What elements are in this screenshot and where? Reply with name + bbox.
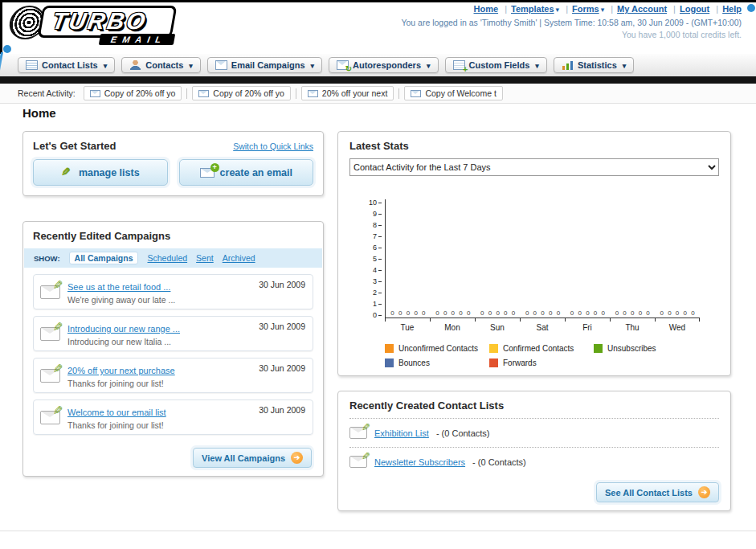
campaign-info: Welcome to our email list Thanks for joi… xyxy=(67,404,253,430)
main-nav: Contact Lists Contacts Email Campaigns A… xyxy=(0,54,756,76)
y-tick-label: 6 xyxy=(373,244,382,251)
campaign-subtitle: Thanks for joining our list! xyxy=(67,420,253,430)
campaign-subtitle: Thanks for joining our list! xyxy=(67,379,253,388)
get-started-buttons: manage lists create an email xyxy=(33,159,313,186)
campaign-subtitle: Introducing our new Italia ... xyxy=(67,337,253,346)
filter-scheduled[interactable]: Scheduled xyxy=(147,253,187,263)
campaign-title-link[interactable]: Welcome to our email list xyxy=(67,408,166,417)
y-tick-label: 2 xyxy=(373,289,382,296)
top-link-my-account[interactable]: My Account xyxy=(617,4,667,14)
switch-quick-links-link[interactable]: Switch to Quick Links xyxy=(233,141,313,151)
caret-down-icon xyxy=(427,60,431,70)
contact-lists-panel: Recently Created Contact Lists Exhibitio… xyxy=(337,391,731,511)
filter-all-campaigns[interactable]: All Campaigns xyxy=(69,252,139,264)
top-link-logout-wrap: Logout xyxy=(669,4,709,14)
edit-campaign-icon xyxy=(40,327,60,341)
legend-item: Bounces xyxy=(385,358,489,367)
filter-sent[interactable]: Sent xyxy=(196,253,214,263)
chart-column: 0 0 0 0 0 xyxy=(610,199,655,318)
top-link-home[interactable]: Home xyxy=(474,4,499,14)
contact-list-row[interactable]: Newsletter Subscribers - (0 Contacts) xyxy=(349,454,719,469)
recent-activity-item[interactable]: Copy of 20% off yo xyxy=(192,86,291,100)
get-started-panel: Let's Get Started Switch to Quick Links … xyxy=(22,131,324,196)
pencil-icon xyxy=(61,166,73,178)
email-plus-icon xyxy=(200,168,215,178)
campaign-title-link[interactable]: Introducing our new range ... xyxy=(67,324,180,334)
legend-label: Unsubscribes xyxy=(607,344,656,353)
y-tick-label: 7 xyxy=(373,233,382,240)
email-icon xyxy=(198,90,209,97)
recent-activity-label: Recent Activity: xyxy=(18,88,76,98)
top-link-help[interactable]: Help xyxy=(722,4,742,14)
tab-autoresponders[interactable]: Autoresponders xyxy=(329,57,439,73)
x-tick-label: Thu xyxy=(610,318,655,332)
stats-period-select[interactable]: Contact Activity for the Last 7 Days xyxy=(349,158,719,176)
campaign-subtitle: We're giving away our late ... xyxy=(67,295,253,305)
campaign-title-link[interactable]: See us at the retail food ... xyxy=(67,282,170,292)
panel-title: Recently Edited Campaigns xyxy=(23,230,323,248)
recent-activity-item[interactable]: Copy of 20% off yo xyxy=(84,86,182,100)
divider xyxy=(398,88,399,99)
chart-column: 0 0 0 0 0 xyxy=(655,199,700,318)
contact-list-link[interactable]: Exhibition List xyxy=(374,428,429,438)
tab-label: Contact Lists xyxy=(42,60,98,70)
legend-item: Unconfirmed Contacts xyxy=(385,344,489,353)
app-logo: TURBO EMAIL xyxy=(10,6,174,45)
session-info: You are logged in as 'Timothy Smith' | S… xyxy=(401,18,742,27)
dotted-divider xyxy=(349,418,719,419)
chart-column: 0 0 0 0 0 xyxy=(431,199,476,318)
top-link-templates[interactable]: Templates xyxy=(511,4,554,14)
footer-divider xyxy=(0,531,756,531)
top-link-forms-wrap: Forms xyxy=(562,4,604,14)
campaign-date: 30 Jun 2009 xyxy=(259,322,305,331)
campaign-row[interactable]: See us at the retail food ... We're givi… xyxy=(33,274,313,309)
campaign-row[interactable]: Welcome to our email list Thanks for joi… xyxy=(33,399,313,435)
create-email-button[interactable]: create an email xyxy=(179,159,314,186)
manage-lists-button[interactable]: manage lists xyxy=(33,159,168,186)
y-tick-label: 9 xyxy=(373,211,382,217)
annotation-pin xyxy=(3,45,11,53)
x-tick-label: Wed xyxy=(655,318,700,332)
custom-fields-icon xyxy=(453,60,465,70)
tab-label: Autoresponders xyxy=(353,60,421,70)
x-tick-label: Tue xyxy=(385,318,430,332)
see-all-contact-lists-button[interactable]: See All Contact Lists xyxy=(596,482,719,502)
top-link-logout[interactable]: Logout xyxy=(680,4,709,14)
contact-count: - (0 Contacts) xyxy=(472,457,526,467)
filter-archived[interactable]: Archived xyxy=(223,253,255,263)
top-link-home-wrap: Home xyxy=(474,4,499,14)
legend-item: Forwards xyxy=(489,358,594,367)
contact-list-link[interactable]: Newsletter Subscribers xyxy=(374,457,465,467)
campaign-row[interactable]: Introducing our new range ... Introducin… xyxy=(33,316,313,351)
contact-list-row[interactable]: Exhibition List - (0 Contacts) xyxy=(349,425,719,440)
email-campaigns-icon xyxy=(215,60,227,70)
tab-custom-fields[interactable]: Custom Fields xyxy=(445,57,547,73)
button-label: manage lists xyxy=(79,167,140,178)
legend-swatch xyxy=(489,358,498,367)
y-tick-label: 5 xyxy=(373,256,382,262)
legend-swatch xyxy=(385,344,394,353)
button-label: See All Contact Lists xyxy=(605,488,693,498)
recent-activity-item[interactable]: 20% off your next xyxy=(301,86,394,100)
chart-y-axis: 109876543210 xyxy=(359,199,382,318)
tab-statistics[interactable]: Statistics xyxy=(554,57,634,73)
recent-activity-bar: Recent Activity: Copy of 20% off yo Copy… xyxy=(0,84,756,104)
campaign-info: Introducing our new range ... Introducin… xyxy=(67,321,253,346)
get-started-header: Let's Get Started Switch to Quick Links xyxy=(33,140,313,152)
tab-contacts[interactable]: Contacts xyxy=(121,57,201,73)
tab-contact-lists[interactable]: Contact Lists xyxy=(18,57,115,73)
campaign-date: 30 Jun 2009 xyxy=(259,280,305,289)
recent-activity-item[interactable]: Copy of Welcome t xyxy=(404,86,503,100)
caret-down-icon xyxy=(189,60,193,70)
tab-email-campaigns[interactable]: Email Campaigns xyxy=(207,57,322,73)
campaign-row[interactable]: 20% off your next purchase Thanks for jo… xyxy=(33,358,313,393)
legend-swatch xyxy=(385,358,394,367)
top-link-forms[interactable]: Forms xyxy=(572,4,599,14)
view-all-campaigns-button[interactable]: View All Campaigns xyxy=(193,448,312,468)
caret-down-icon xyxy=(601,4,605,14)
top-link-templates-wrap: Templates xyxy=(501,4,559,14)
campaign-title-link[interactable]: 20% off your next purchase xyxy=(67,366,175,375)
campaign-info: 20% off your next purchase Thanks for jo… xyxy=(67,363,253,388)
chart-value-labels: 0 0 0 0 0 xyxy=(525,309,560,318)
y-tick-label: 0 xyxy=(373,312,382,318)
